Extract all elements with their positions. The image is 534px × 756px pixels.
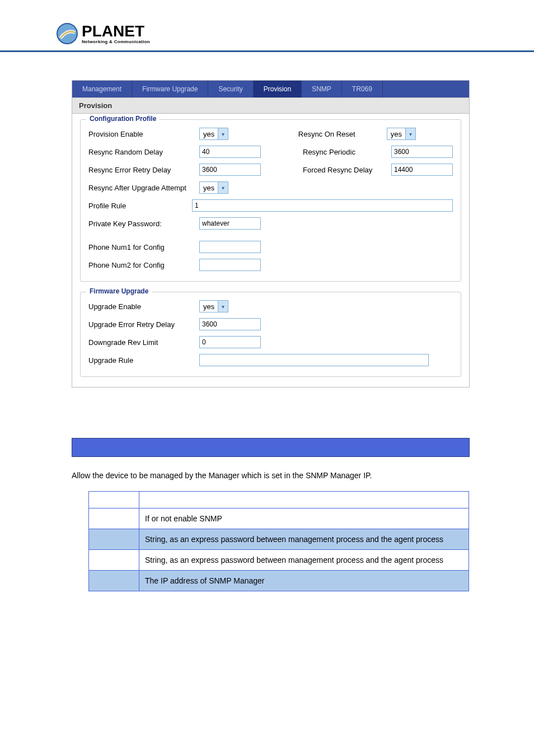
upgrade-rule-input[interactable] — [199, 354, 429, 366]
provision-enable-label: Provision Enable — [88, 130, 195, 138]
chevron-down-icon: ▾ — [218, 128, 228, 139]
resync-on-reset-label: Resync On Reset — [298, 130, 382, 138]
table-row: String, as an express password between m… — [89, 550, 469, 571]
upgrade-enable-label: Upgrade Enable — [88, 302, 195, 311]
private-key-password-input[interactable] — [199, 217, 261, 230]
forced-resync-delay-label: Forced Resync Delay — [303, 166, 387, 174]
private-key-password-label: Private Key Password: — [88, 220, 195, 228]
config-panel: Management Firmware Upgrade Security Pro… — [72, 80, 470, 388]
resync-on-reset-value: yes — [387, 130, 405, 138]
table-row: If or not enable SNMP — [89, 508, 469, 529]
upgrade-enable-select[interactable]: yes ▾ — [199, 300, 228, 312]
tab-tr069[interactable]: TR069 — [342, 81, 383, 97]
profile-rule-label: Profile Rule — [88, 202, 188, 210]
table-cell: The IP address of SNMP Manager — [139, 571, 469, 591]
table-cell — [89, 492, 139, 508]
section-divider-band — [72, 438, 470, 457]
tab-management[interactable]: Management — [72, 81, 132, 97]
resync-random-delay-input[interactable] — [199, 146, 261, 158]
section-title: Provision — [72, 97, 469, 114]
table-cell: If or not enable SNMP — [139, 508, 469, 529]
configuration-profile-fieldset: Configuration Profile Provision Enable y… — [80, 119, 461, 282]
phone-num2-input[interactable] — [199, 259, 261, 271]
upgrade-rule-label: Upgrade Rule — [88, 356, 195, 365]
table-cell: String, as an express password between m… — [139, 550, 469, 571]
table-cell — [89, 529, 139, 550]
resync-after-upgrade-label: Resync After Upgrade Attempt — [88, 184, 195, 192]
downgrade-rev-limit-label: Downgrade Rev Limit — [88, 338, 195, 347]
upgrade-error-retry-input[interactable] — [199, 318, 261, 330]
resync-after-upgrade-value: yes — [200, 184, 218, 192]
profile-rule-input[interactable] — [192, 199, 453, 212]
configuration-profile-legend: Configuration Profile — [86, 115, 160, 123]
tab-provision[interactable]: Provision — [254, 81, 302, 97]
table-cell — [89, 571, 139, 591]
chevron-down-icon: ▾ — [405, 128, 415, 139]
upgrade-error-retry-label: Upgrade Error Retry Delay — [88, 320, 195, 329]
resync-periodic-input[interactable] — [391, 146, 453, 158]
firmware-upgrade-legend: Firmware Upgrade — [86, 287, 152, 295]
table-cell — [139, 492, 469, 508]
chevron-down-icon: ▾ — [218, 301, 228, 312]
page-header: PLANET Networking & Communication — [0, 0, 534, 52]
resync-periodic-label: Resync Periodic — [303, 148, 387, 156]
tab-security[interactable]: Security — [208, 81, 253, 97]
table-row — [89, 492, 469, 508]
logo: PLANET Networking & Communication — [56, 22, 534, 45]
snmp-parameter-table: If or not enable SNMP String, as an expr… — [88, 491, 469, 591]
table-row: String, as an express password between m… — [89, 529, 469, 550]
globe-icon — [56, 22, 78, 45]
tab-snmp[interactable]: SNMP — [302, 81, 342, 97]
phone-num2-label: Phone Num2 for Config — [88, 261, 195, 269]
table-cell — [89, 508, 139, 529]
table-row: The IP address of SNMP Manager — [89, 571, 469, 591]
provision-enable-select[interactable]: yes ▾ — [199, 128, 228, 140]
upgrade-enable-value: yes — [200, 302, 218, 311]
resync-random-delay-label: Resync Random Delay — [88, 148, 195, 156]
table-cell — [89, 550, 139, 571]
table-cell: String, as an express password between m… — [139, 529, 469, 550]
logo-text: PLANET — [82, 24, 150, 39]
downgrade-rev-limit-input[interactable] — [199, 336, 261, 348]
provision-enable-value: yes — [200, 130, 218, 138]
tabs: Management Firmware Upgrade Security Pro… — [72, 81, 469, 97]
phone-num1-input[interactable] — [199, 241, 261, 253]
chevron-down-icon: ▾ — [218, 182, 228, 193]
resync-after-upgrade-select[interactable]: yes ▾ — [199, 181, 228, 194]
tab-firmware-upgrade[interactable]: Firmware Upgrade — [132, 81, 208, 97]
resync-on-reset-select[interactable]: yes ▾ — [387, 128, 416, 140]
logo-tagline: Networking & Communication — [82, 39, 150, 44]
forced-resync-delay-input[interactable] — [391, 164, 453, 176]
resync-error-retry-label: Resync Error Retry Delay — [88, 166, 195, 174]
resync-error-retry-input[interactable] — [199, 164, 261, 176]
phone-num1-label: Phone Num1 for Config — [88, 243, 195, 251]
firmware-upgrade-fieldset: Firmware Upgrade Upgrade Enable yes ▾ Up… — [80, 292, 461, 377]
snmp-intro-text: Allow the device to be managed by the Ma… — [72, 471, 470, 480]
